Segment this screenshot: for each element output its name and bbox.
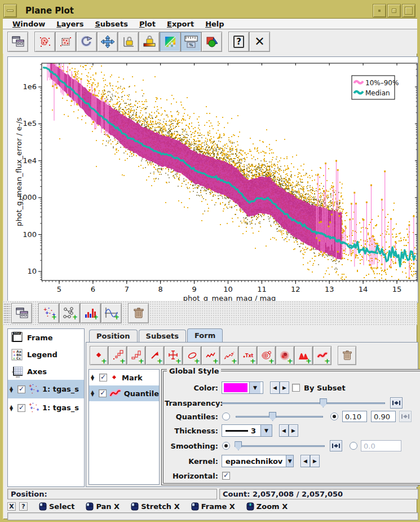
by-subset-checkbox[interactable]: ✓ — [292, 384, 300, 392]
quantile-high-field[interactable]: 0.90 — [371, 411, 396, 422]
add-histogram-layer-button[interactable]: + — [80, 303, 101, 323]
title-bar[interactable]: Plane Plot — [3, 3, 417, 19]
combo-arrow-icon[interactable]: ▼ — [249, 382, 260, 393]
smoothing-slider[interactable] — [235, 441, 325, 450]
layer-export-window-button[interactable] — [11, 303, 32, 323]
reorder-arrows-icon[interactable]: ▲▼ — [91, 391, 96, 396]
aux-shader-toggle-button[interactable] — [160, 32, 180, 52]
menu-help[interactable]: Help — [200, 20, 229, 28]
blob-subset-button[interactable] — [34, 32, 55, 52]
menu-window[interactable]: Window — [7, 20, 50, 28]
plane-plot-chart[interactable]: 567891011121314151e61e51e4100010010phot_… — [8, 57, 418, 302]
layers-item-legend[interactable]: oAa +Bb xCc Legend — [8, 346, 84, 363]
toolbar-drag-handle[interactable] — [4, 303, 10, 323]
add-vector-form-button[interactable]: + — [145, 346, 164, 365]
plot-panel[interactable]: 567891011121314151e61e51e4100010010phot_… — [7, 56, 418, 303]
smoothing-range-button[interactable] — [330, 440, 342, 451]
reorder-arrows-icon[interactable]: ▲▼ — [10, 387, 15, 392]
pan-button[interactable] — [97, 32, 118, 52]
color-spinner[interactable]: ◀▶ — [270, 381, 289, 394]
layer-row-2[interactable]: ▲▼ ✓ +··+·+· 1: tgas_s — [8, 398, 84, 417]
layers-item-axes[interactable]: yxxx Axes — [8, 363, 84, 380]
tab-label: Form — [194, 331, 215, 340]
close-button[interactable]: ✕ — [249, 32, 270, 52]
add-linearfit-form-button[interactable]: + — [220, 346, 238, 365]
horizontal-checkbox[interactable]: ✓ — [222, 472, 230, 480]
menu-export[interactable]: Export — [162, 20, 199, 28]
layer-visible-checkbox[interactable]: ✓ — [17, 404, 25, 412]
layer-row-1[interactable]: ▲▼ ✓ +··+·+· 1: tgas_s — [8, 380, 84, 398]
combo-arrow-icon[interactable]: ▼ — [286, 455, 293, 467]
hide-hints-button[interactable]: X — [7, 502, 16, 511]
add-label-form-button[interactable]: Txt+ — [238, 346, 257, 365]
box-subset-button[interactable] — [55, 32, 76, 52]
smoothing-slider-radio[interactable] — [222, 442, 230, 450]
reorder-arrows-icon[interactable]: ▲▼ — [91, 375, 96, 380]
stilts-button[interactable] — [201, 32, 222, 52]
transparency-range-button[interactable] — [390, 397, 403, 409]
add-position-layer-button[interactable]: +··+·+· + — [38, 303, 59, 323]
add-ellipse-form-button[interactable]: + — [183, 346, 201, 365]
color-combo[interactable]: ▼ — [222, 381, 263, 394]
replot-button[interactable] — [76, 32, 97, 52]
kernel-combo[interactable]: epanechnikov ▼ — [222, 455, 294, 467]
form-row-mark[interactable]: ▲▼ ✓ Mark — [89, 370, 159, 385]
combo-arrow-icon[interactable]: ▼ — [260, 425, 272, 436]
layer-visible-checkbox[interactable]: ✓ — [17, 385, 25, 393]
add-sizexy-form-button[interactable]: + — [127, 346, 145, 365]
hints-help-button[interactable]: ? — [19, 502, 28, 511]
maximize-button[interactable] — [402, 4, 415, 17]
mouse-right-drag-icon — [191, 502, 199, 511]
add-contour-form-button[interactable]: + — [257, 346, 276, 365]
slider-thumb[interactable] — [235, 441, 242, 450]
tab-subsets[interactable]: Subsets — [139, 330, 186, 342]
add-quantile-form-button[interactable]: + — [313, 346, 331, 365]
svg-text:·: · — [32, 383, 34, 387]
thickness-combo[interactable]: 3 ▼ — [222, 424, 272, 437]
smoothing-field-radio[interactable] — [350, 442, 357, 450]
add-fill-form-button[interactable]: + — [294, 346, 313, 365]
help-button[interactable]: ? — [228, 32, 249, 52]
restore-button[interactable] — [387, 4, 401, 17]
fraction-toggle-button[interactable]: % — [180, 32, 201, 52]
slider-thumb[interactable] — [320, 398, 327, 407]
thickness-spinner[interactable]: ◀▶ — [279, 424, 298, 437]
quantiles-fields-radio[interactable] — [330, 413, 338, 420]
menu-layers[interactable]: Layers — [51, 20, 89, 28]
slider-thumb[interactable] — [269, 412, 276, 421]
quantiles-slider[interactable] — [236, 412, 323, 421]
tab-form[interactable]: Form — [187, 328, 223, 342]
add-size-form-button[interactable]: + — [108, 346, 127, 365]
prev-arrow-icon[interactable]: ◀ — [279, 424, 289, 437]
add-mark-form-button[interactable]: + — [90, 346, 108, 365]
next-arrow-icon[interactable]: ▶ — [310, 455, 320, 467]
iconify-button[interactable] — [373, 4, 386, 17]
quantiles-slider-radio[interactable] — [222, 413, 230, 420]
transparency-slider[interactable] — [222, 398, 385, 407]
prev-arrow-icon[interactable]: ◀ — [270, 381, 280, 394]
quantile-low-field[interactable]: 0.10 — [342, 411, 367, 422]
window-menu-button[interactable] — [3, 4, 17, 17]
next-arrow-icon[interactable]: ▶ — [280, 381, 289, 394]
add-function-layer-button[interactable]: + — [101, 303, 122, 323]
prev-arrow-icon[interactable]: ◀ — [300, 455, 310, 467]
menu-plot[interactable]: Plot — [134, 20, 161, 28]
layers-item-frame[interactable]: TITLE Frame — [8, 329, 84, 346]
lock-aux-button[interactable] — [139, 32, 160, 52]
form-row-quantile[interactable]: ▲▼ ✓ Quantile — [89, 385, 159, 401]
export-window-button[interactable] — [7, 32, 28, 52]
add-errorbar-form-button[interactable]: + — [164, 346, 183, 365]
tab-position[interactable]: Position — [89, 330, 138, 342]
menu-subsets[interactable]: Subsets — [90, 20, 132, 28]
form-visible-checkbox[interactable]: ✓ — [99, 374, 107, 381]
remove-form-button[interactable] — [338, 346, 356, 365]
kernel-spinner[interactable]: ◀▶ — [300, 455, 320, 467]
add-pair-layer-button[interactable]: + — [59, 303, 80, 323]
form-visible-checkbox[interactable]: ✓ — [99, 389, 107, 397]
reorder-arrows-icon[interactable]: ▲▼ — [10, 405, 15, 411]
next-arrow-icon[interactable]: ▶ — [289, 424, 298, 437]
lock-axes-button[interactable] — [118, 32, 139, 52]
add-fill-density-form-button[interactable]: + — [276, 346, 294, 365]
remove-layer-button[interactable] — [128, 303, 149, 323]
add-line-form-button[interactable]: + — [201, 346, 220, 365]
